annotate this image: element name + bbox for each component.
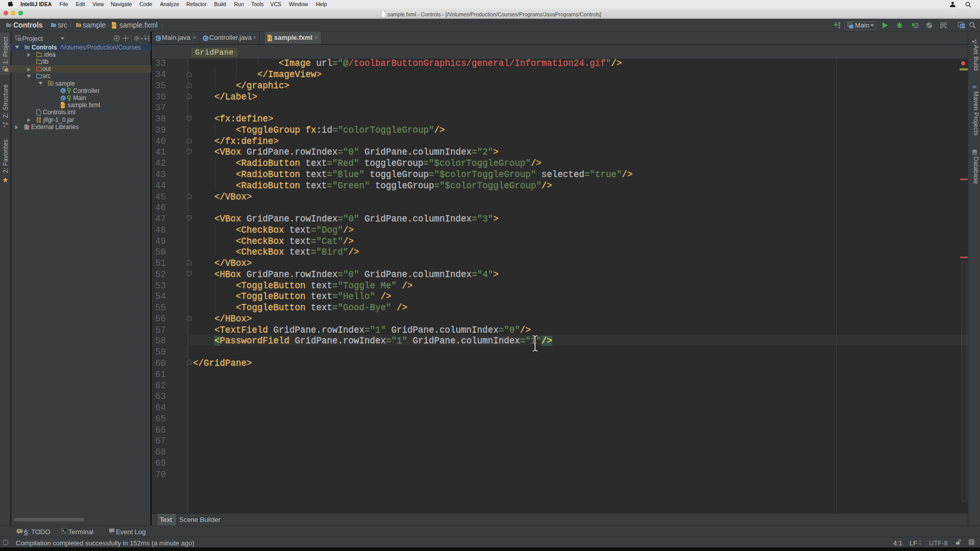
- svg-text:C: C: [204, 36, 207, 41]
- svg-text:m: m: [973, 84, 977, 89]
- svg-text:C: C: [62, 89, 65, 93]
